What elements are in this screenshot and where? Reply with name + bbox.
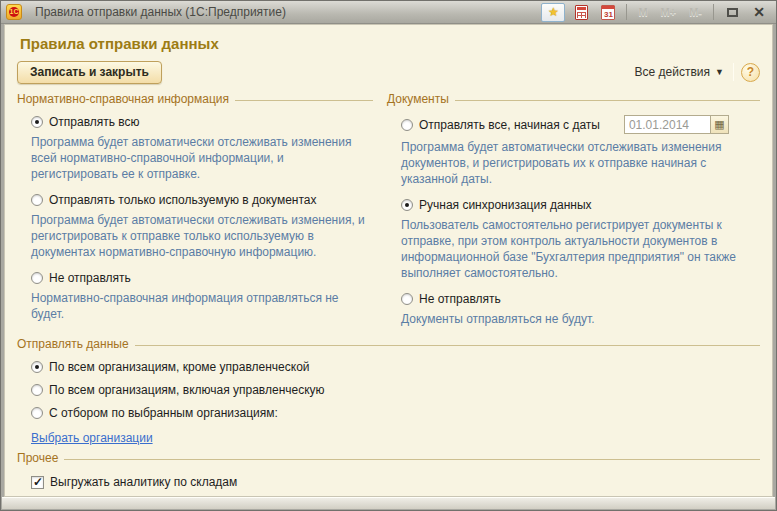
radio-icon: [31, 384, 43, 396]
section-title-send-data: Отправлять данные: [17, 337, 129, 351]
section-body-other: Выгружать аналитику по складам i Огранич…: [17, 475, 760, 497]
radio-docs-send-from-date[interactable]: Отправлять все, начиная с даты ▦: [401, 115, 760, 134]
favorites-button[interactable]: ★: [541, 3, 565, 22]
status-bar: [2, 497, 775, 509]
calendar-grid-icon: ▦: [714, 119, 724, 130]
radio-docs-manual-sync[interactable]: Ручная синхронизация данных: [401, 198, 760, 212]
option-description: Пользователь самостоятельно регистрирует…: [401, 217, 758, 281]
calculator-icon: [575, 5, 588, 20]
option-description: Нормативно-справочная информация отправл…: [31, 290, 371, 322]
window-title: Правила отправки данных (1С:Предприятие): [35, 5, 286, 19]
memory-m-button[interactable]: М: [634, 6, 651, 18]
radio-label: С отбором по выбранным организациям:: [49, 406, 278, 420]
maximize-button[interactable]: [721, 3, 743, 21]
section-header-nsi: Нормативно-справочная информация: [17, 92, 373, 106]
section-header-documents: Документы: [387, 92, 760, 106]
all-actions-menu-button[interactable]: Все действия ▼: [631, 63, 728, 81]
1c-logo-icon: 1С: [6, 4, 22, 20]
radio-icon: [401, 119, 413, 131]
help-button[interactable]: ?: [741, 63, 760, 82]
titlebar: 1С Правила отправки данных (1С:Предприят…: [1, 1, 776, 24]
section-rule: [235, 100, 373, 101]
start-date-input[interactable]: [624, 115, 710, 134]
radio-icon: [31, 116, 43, 128]
radio-icon: [401, 293, 413, 305]
radio-icon: [31, 361, 43, 373]
radio-icon: [31, 407, 43, 419]
section-send-data: Отправлять данные По всем организациям, …: [17, 337, 760, 447]
section-header-other: Прочее: [17, 451, 760, 465]
checkbox-export-warehouse-analytics[interactable]: Выгружать аналитику по складам: [31, 475, 760, 489]
radio-all-orgs-except-managerial[interactable]: По всем организациям, кроме управленческ…: [31, 360, 760, 374]
radio-label: По всем организациям, кроме управленческ…: [49, 360, 310, 374]
star-icon: ★: [548, 6, 559, 18]
calendar-button[interactable]: 31: [597, 3, 619, 21]
memory-m-plus-button[interactable]: М+: [657, 6, 681, 18]
section-title-nsi: Нормативно-справочная информация: [17, 92, 229, 106]
section-body-send-data: По всем организациям, кроме управленческ…: [17, 360, 760, 447]
radio-label: Не отправлять: [419, 292, 501, 306]
radio-all-orgs-including-managerial[interactable]: По всем организациям, включая управленче…: [31, 383, 760, 397]
toolbar-separator: [733, 63, 734, 81]
radio-nsi-send-used-only[interactable]: Отправлять только используемую в докумен…: [31, 193, 373, 207]
section-title-documents: Документы: [387, 92, 449, 106]
radio-docs-do-not-send[interactable]: Не отправлять: [401, 292, 760, 306]
radio-selected-orgs-filter[interactable]: С отбором по выбранным организациям:: [31, 406, 760, 420]
checkbox-icon: [31, 476, 44, 489]
section-body-documents: Отправлять все, начиная с даты ▦ Програм…: [387, 115, 760, 327]
page-title: Правила отправки данных: [20, 35, 760, 52]
1c-logo-text: 1С: [9, 7, 19, 17]
section-title-other: Прочее: [17, 451, 58, 465]
maximize-icon: [727, 8, 738, 17]
radio-label: Ручная синхронизация данных: [419, 198, 592, 212]
option-description: Документы отправляться не будут.: [401, 311, 758, 327]
calendar-day-number: 31: [602, 10, 614, 20]
titlebar-separator: [713, 4, 714, 20]
option-description: Программа будет автоматически отслеживат…: [31, 212, 371, 260]
date-picker-button[interactable]: ▦: [710, 115, 729, 134]
calculator-button[interactable]: [570, 3, 592, 21]
section-documents: Документы Отправлять все, начиная с даты…: [387, 92, 760, 333]
section-rule: [135, 345, 760, 346]
form-content: Правила отправки данных Записать и закры…: [4, 24, 773, 497]
checkbox-label: Выгружать аналитику по складам: [50, 475, 237, 489]
command-bar: Записать и закрыть Все действия ▼ ?: [17, 60, 760, 84]
radio-icon: [31, 194, 43, 206]
calendar-icon: 31: [601, 5, 615, 20]
section-other: Прочее Выгружать аналитику по складам i …: [17, 451, 760, 497]
radio-nsi-send-all[interactable]: Отправлять всю: [31, 115, 373, 129]
app-window: 1С Правила отправки данных (1С:Предприят…: [0, 0, 777, 511]
radio-label: Отправлять всю: [49, 115, 140, 129]
date-field: ▦: [624, 115, 729, 134]
option-description: Программа будет автоматически отслеживат…: [31, 134, 371, 182]
radio-label: Отправлять только используемую в докумен…: [49, 193, 317, 207]
radio-icon: [31, 272, 43, 284]
radio-label: Отправлять все, начиная с даты: [419, 118, 600, 132]
save-and-close-button[interactable]: Записать и закрыть: [17, 61, 162, 84]
radio-icon: [401, 199, 413, 211]
radio-nsi-do-not-send[interactable]: Не отправлять: [31, 271, 373, 285]
settings-columns: Нормативно-справочная информация Отправл…: [17, 92, 760, 333]
close-icon: ✕: [753, 5, 765, 19]
radio-label: Не отправлять: [49, 271, 131, 285]
choose-organizations-link[interactable]: Выбрать организации: [31, 431, 153, 445]
radio-label: По всем организациям, включая управленче…: [49, 383, 325, 397]
chevron-down-icon: ▼: [715, 67, 724, 77]
titlebar-separator: [626, 4, 627, 20]
option-description: Программа будет автоматически отслеживат…: [401, 139, 758, 187]
section-rule: [455, 100, 760, 101]
all-actions-label: Все действия: [635, 65, 710, 79]
section-header-send-data: Отправлять данные: [17, 337, 760, 351]
memory-m-minus-button[interactable]: М-: [685, 6, 706, 18]
section-body-nsi: Отправлять всю Программа будет автоматич…: [17, 115, 373, 322]
close-button[interactable]: ✕: [748, 3, 770, 21]
section-nsi: Нормативно-справочная информация Отправл…: [17, 92, 373, 333]
section-rule: [64, 459, 760, 460]
